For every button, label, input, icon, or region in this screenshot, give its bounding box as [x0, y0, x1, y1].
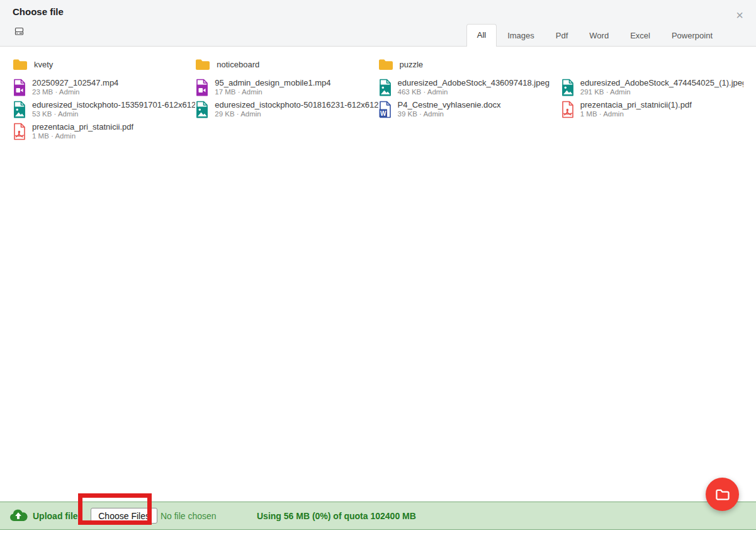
file-meta: 291 KB · Admin	[580, 87, 743, 96]
svg-text:W: W	[380, 110, 386, 117]
file-name: 20250927_102547.mp4	[32, 78, 118, 87]
folder-item-puzzle[interactable]: puzzle	[378, 56, 561, 72]
video-file-icon	[13, 78, 26, 96]
file-name: eduresized_AdobeStock_474454025_(1).jpeg	[580, 78, 743, 87]
file-item[interactable]: prezentacia_pri_statnicii.pdf1 MB · Admi…	[13, 122, 195, 140]
tab-pdf[interactable]: Pdf	[545, 25, 579, 47]
video-file-icon	[195, 78, 209, 96]
tab-all[interactable]: All	[466, 24, 497, 47]
tab-word[interactable]: Word	[578, 25, 619, 47]
folder-name: puzzle	[400, 60, 424, 69]
upload-bar: Upload file: Choose Files No file chosen…	[0, 502, 756, 530]
file-name: prezentacia_pri_statnicii(1).pdf	[580, 100, 692, 109]
tab-powerpoint[interactable]: Powerpoint	[661, 25, 723, 47]
tab-excel[interactable]: Excel	[619, 25, 661, 47]
file-meta: 39 KB · Admin	[398, 109, 501, 118]
folder-grid: kvetynoticeboardpuzzle	[13, 56, 743, 72]
tab-images[interactable]: Images	[497, 25, 545, 47]
file-name: eduresized_istockphoto-501816231-612x612…	[215, 100, 378, 109]
file-item[interactable]: eduresized_AdobeStock_436097418.jpeg463 …	[378, 78, 561, 96]
file-meta: 23 MB · Admin	[32, 87, 118, 96]
image-file-icon	[13, 100, 26, 118]
open-folder-fab-button[interactable]	[706, 478, 739, 511]
file-type-tabs: AllImagesPdfWordExcelPowerpoint	[466, 24, 723, 47]
upload-file-label: Upload file:	[33, 511, 81, 521]
folder-item-kvety[interactable]: kvety	[13, 56, 195, 72]
dialog-header: Choose file × AllImagesPdfWordExcelPower…	[0, 0, 756, 47]
image-file-icon	[561, 78, 575, 96]
file-meta: 1 MB · Admin	[580, 109, 692, 118]
quota-usage-text: Using 56 MB (0%) of quota 102400 MB	[257, 511, 416, 521]
file-item[interactable]: 95_admin_design_mobile1.mp417 MB · Admin	[195, 78, 378, 96]
file-meta: 53 KB · Admin	[32, 109, 195, 118]
word-file-icon: W	[378, 100, 392, 118]
no-file-chosen-text: No file chosen	[161, 511, 217, 521]
file-item[interactable]: eduresized_istockphoto-501816231-612x612…	[195, 100, 378, 118]
file-meta: 1 MB · Admin	[32, 132, 133, 140]
folder-icon	[714, 488, 730, 501]
file-name: prezentacia_pri_statnicii.pdf	[32, 122, 133, 132]
image-file-icon	[378, 78, 392, 96]
folder-icon	[195, 59, 210, 70]
file-name: 95_admin_design_mobile1.mp4	[215, 78, 330, 87]
file-name: eduresized_istockphoto-153591701-612x612…	[32, 100, 195, 109]
folder-name: kvety	[34, 60, 53, 69]
pdf-file-icon	[561, 100, 575, 118]
choose-files-button[interactable]: Choose Files	[91, 508, 157, 524]
file-item[interactable]: eduresized_AdobeStock_474454025_(1).jpeg…	[561, 78, 743, 96]
folder-name: noticeboard	[217, 60, 259, 69]
file-item[interactable]: 20250927_102547.mp423 MB · Admin	[13, 78, 195, 96]
file-browser-content: kvetynoticeboardpuzzle 20250927_102547.m…	[0, 47, 756, 502]
cloud-upload-icon	[9, 508, 28, 523]
file-name: eduresized_AdobeStock_436097418.jpeg	[398, 78, 550, 87]
close-icon[interactable]: ×	[732, 8, 747, 23]
folder-item-noticeboard[interactable]: noticeboard	[195, 56, 378, 72]
folder-icon	[13, 59, 28, 70]
file-meta: 17 MB · Admin	[215, 87, 330, 96]
file-item[interactable]: WP4_Cestne_vyhlasenie.docx39 KB · Admin	[378, 100, 561, 118]
file-item[interactable]: eduresized_istockphoto-153591701-612x612…	[13, 100, 195, 118]
folder-icon	[378, 59, 393, 70]
dialog-title: Choose file	[13, 6, 64, 17]
file-name: P4_Cestne_vyhlasenie.docx	[398, 100, 501, 109]
drive-root-icon[interactable]	[14, 26, 25, 36]
file-item[interactable]: prezentacia_pri_statnicii(1).pdf1 MB · A…	[561, 100, 743, 118]
file-meta: 463 KB · Admin	[398, 87, 550, 96]
pdf-file-icon	[13, 122, 26, 140]
file-meta: 29 KB · Admin	[215, 109, 378, 118]
image-file-icon	[195, 100, 209, 118]
file-grid: 20250927_102547.mp423 MB · Admin95_admin…	[13, 78, 743, 140]
